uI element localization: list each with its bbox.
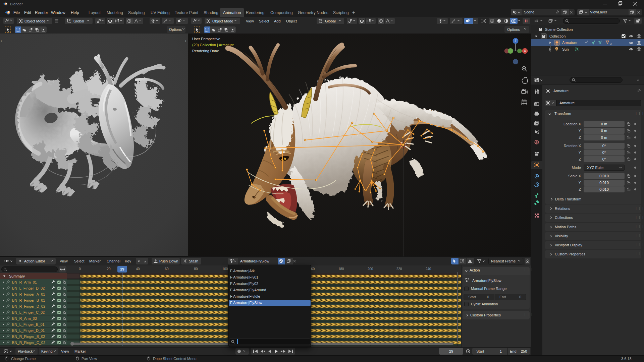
- svg-text:X: X: [524, 49, 526, 53]
- svg-text:Z: Z: [515, 39, 517, 43]
